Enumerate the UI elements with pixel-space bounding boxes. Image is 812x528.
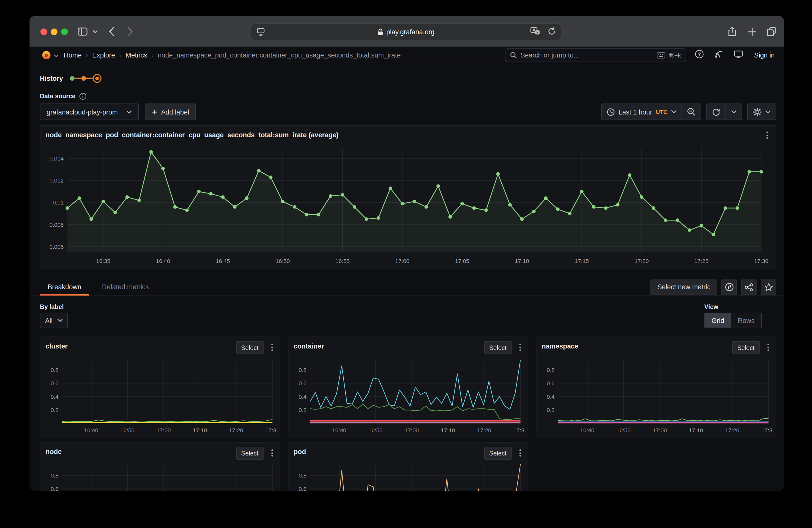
sign-in-link[interactable]: Sign in: [754, 51, 774, 59]
share-metric-button[interactable]: [741, 279, 756, 295]
refresh-interval-chevron[interactable]: [725, 104, 741, 119]
svg-text:0.8: 0.8: [50, 472, 58, 479]
star-icon: [764, 283, 773, 292]
select-new-metric-button[interactable]: Select new metric: [651, 279, 717, 295]
datasource-picker[interactable]: grafanacloud-play-prom: [40, 103, 139, 120]
panel-menu-icon[interactable]: [516, 343, 523, 352]
panel-cluster: cluster Select 0.20.40.60.816:4016:5017:…: [40, 337, 280, 438]
time-zoom-out-button[interactable]: [682, 104, 701, 119]
tab-breakdown[interactable]: Breakdown: [40, 279, 89, 295]
browser-toolbar: play.grafana.org Ax: [29, 16, 784, 47]
chevron-down-icon: [731, 110, 737, 113]
by-label-select[interactable]: All: [40, 313, 68, 328]
chevron-down-icon: [58, 319, 63, 322]
monitor-icon[interactable]: [734, 50, 743, 60]
svg-text:17:30: 17:30: [265, 427, 276, 434]
news-rss-icon[interactable]: [715, 50, 723, 60]
history-timeline: [70, 74, 101, 83]
view-option-rows[interactable]: Rows: [731, 313, 761, 328]
by-label-value: All: [45, 317, 53, 324]
main-metric-chart: 0.0060.0080.010.0120.01416:3516:4016:451…: [44, 144, 771, 267]
history-step-start[interactable]: [70, 76, 74, 81]
svg-text:0.4: 0.4: [50, 394, 58, 400]
history-step-mid[interactable]: [81, 76, 86, 81]
back-button[interactable]: [109, 16, 115, 47]
time-range-picker[interactable]: Last 1 hour UTC: [602, 104, 682, 119]
view-title: View: [704, 303, 718, 310]
svg-text:17:25: 17:25: [694, 258, 709, 264]
by-label-title: By label: [40, 303, 63, 310]
svg-text:17:20: 17:20: [477, 427, 491, 434]
address-bar[interactable]: play.grafana.org Ax: [251, 23, 562, 40]
sidebar-toggle-icon[interactable]: [78, 16, 87, 47]
container-chart: 0.20.40.60.816:4016:5017:0017:1017:2017:…: [291, 357, 524, 436]
select-namespace-button[interactable]: Select: [732, 341, 760, 354]
svg-text:?: ?: [698, 51, 701, 57]
svg-text:0.6: 0.6: [299, 380, 307, 386]
history-connector: [86, 78, 92, 79]
namespace-chart: 0.20.40.60.816:4016:5017:0017:1017:2017:…: [539, 357, 772, 436]
grafana-logo[interactable]: [42, 50, 51, 60]
sidebar-chevron-icon[interactable]: [93, 16, 98, 47]
node-chart: 0.20.40.60.816:4016:5017:0017:1017:2017:…: [44, 462, 276, 491]
traffic-light-zoom[interactable]: [61, 28, 68, 35]
svg-text:16:50: 16:50: [276, 258, 290, 264]
svg-text:x: x: [536, 30, 538, 34]
svg-text:17:30: 17:30: [513, 427, 524, 434]
select-cluster-button[interactable]: Select: [236, 341, 264, 354]
bookmark-star-button[interactable]: [761, 279, 776, 295]
time-range-text: Last 1 hour: [619, 108, 652, 116]
org-switcher-chevron-icon[interactable]: [54, 51, 58, 59]
info-icon[interactable]: [79, 93, 86, 100]
history-step-current[interactable]: [92, 74, 101, 83]
panel-menu-icon[interactable]: [268, 449, 276, 457]
tab-overview-icon[interactable]: [767, 16, 777, 47]
svg-text:17:30: 17:30: [761, 427, 772, 434]
select-container-button[interactable]: Select: [484, 341, 512, 354]
timezone-badge: UTC: [656, 109, 667, 115]
select-pod-button[interactable]: Select: [484, 447, 512, 460]
tab-related-metrics[interactable]: Related metrics: [94, 279, 157, 295]
traffic-light-minimize[interactable]: [51, 28, 58, 35]
reload-icon[interactable]: [548, 27, 556, 37]
breadcrumb-metrics[interactable]: Metrics: [126, 51, 147, 59]
translate-icon[interactable]: Ax: [530, 27, 540, 37]
datasource-label: Data source: [40, 93, 75, 100]
forward-button[interactable]: [128, 16, 133, 47]
svg-text:0.8: 0.8: [547, 367, 555, 373]
traffic-light-close[interactable]: [41, 28, 47, 35]
refresh-button[interactable]: [707, 104, 725, 119]
panel-menu-icon[interactable]: [268, 343, 276, 352]
panel-container: container Select 0.20.40.60.816:4016:501…: [288, 337, 528, 438]
svg-text:0.6: 0.6: [50, 486, 58, 491]
view-option-grid[interactable]: Grid: [705, 313, 731, 328]
svg-text:0.2: 0.2: [547, 407, 555, 413]
search-icon: [510, 52, 517, 59]
datasource-value: grafanacloud-play-prom: [46, 108, 117, 116]
svg-text:0.6: 0.6: [547, 380, 555, 386]
select-new-metric-label: Select new metric: [657, 283, 710, 291]
refresh-group: [706, 103, 742, 120]
svg-text:16:40: 16:40: [580, 427, 594, 434]
panel-menu-icon[interactable]: [763, 131, 770, 139]
svg-text:16:35: 16:35: [96, 258, 110, 264]
add-label-button[interactable]: Add label: [145, 103, 196, 120]
search-input[interactable]: Search or jump to... ⌘+k: [505, 48, 686, 62]
time-picker-group: Last 1 hour UTC: [601, 103, 701, 120]
panel-menu-icon[interactable]: [764, 343, 771, 352]
explore-compass-button[interactable]: [721, 279, 737, 295]
svg-text:17:20: 17:20: [635, 258, 649, 264]
panel-menu-icon[interactable]: [516, 449, 523, 457]
settings-button[interactable]: [748, 104, 776, 119]
keyboard-icon: [657, 52, 666, 58]
svg-text:17:00: 17:00: [405, 427, 419, 434]
breadcrumb-explore[interactable]: Explore: [92, 51, 115, 59]
svg-text:17:10: 17:10: [515, 258, 529, 264]
breadcrumb-home[interactable]: Home: [64, 51, 82, 59]
share-nodes-icon: [745, 283, 753, 291]
share-icon[interactable]: [727, 16, 737, 47]
svg-text:17:30: 17:30: [754, 258, 768, 264]
help-icon[interactable]: ?: [695, 50, 704, 60]
new-tab-icon[interactable]: [748, 16, 756, 47]
select-node-button[interactable]: Select: [236, 447, 264, 460]
